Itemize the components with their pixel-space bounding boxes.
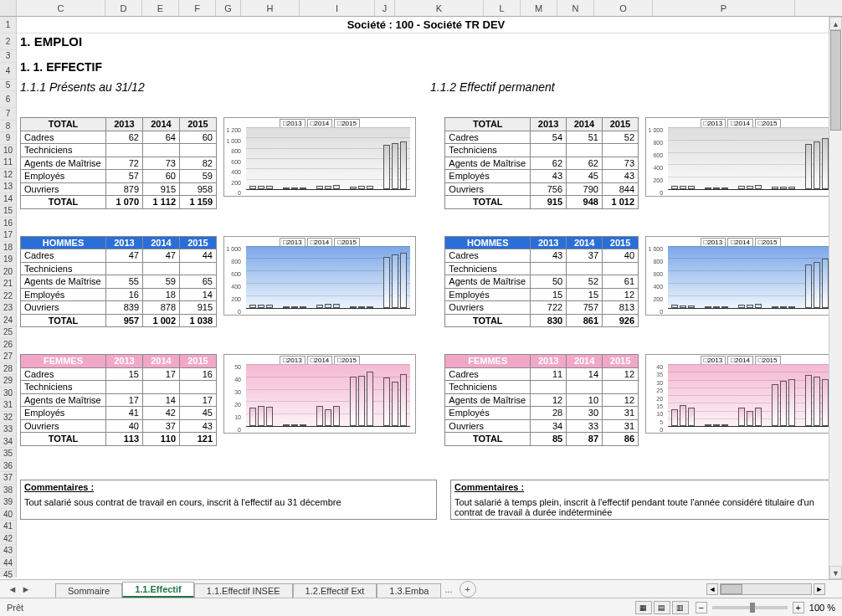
sheet-tab-1-3-Emba[interactable]: 1.3.Emba (377, 583, 441, 598)
row-header-1[interactable]: 1 (0, 17, 16, 33)
row-header-16[interactable]: 16 (0, 218, 16, 230)
cell[interactable]: 28 (531, 407, 567, 420)
zoom-level[interactable]: 100 % (809, 603, 835, 613)
chart-right_femmes[interactable]: □2013□2014□20150510152025303540 (645, 354, 835, 434)
cell[interactable]: 12 (531, 393, 567, 407)
sheet-tab-1-1-Effectif[interactable]: 1.1.Effectif (122, 582, 194, 598)
cell[interactable]: 47 (143, 249, 180, 263)
cell[interactable]: 11 (531, 367, 567, 381)
hscroll-thumb[interactable] (721, 584, 742, 594)
cell[interactable]: 14 (567, 367, 603, 381)
hscroll-right-icon[interactable]: ► (814, 583, 825, 595)
scroll-up-icon[interactable]: ▲ (829, 17, 842, 30)
cell[interactable] (567, 381, 603, 394)
cell[interactable] (531, 144, 567, 157)
cell[interactable] (106, 262, 143, 275)
col-header-G[interactable]: G (216, 0, 241, 16)
cell[interactable]: 31 (603, 407, 639, 420)
cell[interactable]: 55 (106, 275, 143, 289)
cell[interactable]: 43 (180, 419, 217, 433)
col-header-P[interactable]: P (653, 0, 795, 16)
cell[interactable]: 60 (143, 170, 180, 183)
cell[interactable]: 844 (602, 182, 638, 196)
cell[interactable]: 15 (567, 288, 603, 301)
cell[interactable]: 17 (106, 393, 143, 407)
cell[interactable]: 37 (143, 419, 180, 433)
cell[interactable]: 73 (143, 157, 180, 170)
cell[interactable]: 62 (106, 131, 143, 144)
cell[interactable]: 59 (180, 170, 217, 183)
cell[interactable]: 18 (143, 288, 180, 301)
col-header-I[interactable]: I (300, 0, 375, 16)
row-header-32[interactable]: 32 (0, 412, 16, 424)
cell[interactable]: 12 (603, 367, 639, 381)
view-normal-icon[interactable]: ▦ (635, 601, 652, 614)
cell[interactable]: 57 (106, 170, 143, 183)
sheet-tab-1-2-Effectif-Ext[interactable]: 1.2.Effectif Ext (293, 583, 377, 598)
cell[interactable] (567, 144, 603, 157)
cell[interactable]: 17 (143, 367, 180, 381)
chart-right_total[interactable]: □2013□2014□201502004006008001 000 (645, 117, 835, 197)
row-header-11[interactable]: 11 (0, 157, 16, 169)
cell[interactable]: 958 (180, 182, 217, 196)
cell[interactable]: 40 (106, 419, 143, 433)
col-header-C[interactable]: C (17, 0, 105, 16)
row-header-31[interactable]: 31 (0, 399, 16, 412)
row-header-40[interactable]: 40 (0, 509, 16, 521)
cell[interactable]: 50 (531, 275, 567, 289)
col-header-J[interactable]: J (375, 0, 395, 16)
chart-left_total[interactable]: □2013□2014□201502004006008001 0001 200 (223, 117, 416, 197)
cell[interactable] (143, 381, 180, 394)
cell[interactable]: 73 (602, 157, 638, 170)
row-header-43[interactable]: 43 (0, 545, 16, 557)
cell[interactable]: 64 (143, 131, 180, 144)
row-header-29[interactable]: 29 (0, 375, 16, 388)
cell[interactable]: 43 (531, 170, 567, 183)
zoom-in-button[interactable]: + (793, 602, 804, 613)
col-header-F[interactable]: F (179, 0, 216, 16)
row-header-25[interactable]: 25 (0, 326, 16, 339)
cell[interactable]: 12 (603, 288, 639, 301)
cell[interactable] (106, 381, 143, 394)
cell[interactable]: 813 (603, 301, 639, 315)
cell[interactable]: 51 (567, 131, 603, 144)
cell[interactable] (567, 262, 603, 275)
sheet-tab-1-1-Effectif-INSEE[interactable]: 1.1.Effectif INSEE (194, 583, 293, 598)
row-header-8[interactable]: 8 (0, 121, 16, 133)
chart-left_femmes[interactable]: □2013□2014□201501020304050 (223, 354, 416, 434)
cell[interactable]: 790 (567, 182, 603, 196)
row-header-34[interactable]: 34 (0, 436, 16, 449)
row-header-44[interactable]: 44 (0, 557, 16, 570)
cell[interactable] (143, 262, 180, 275)
cell[interactable]: 14 (143, 393, 180, 407)
cell[interactable]: 43 (531, 249, 567, 263)
tab-more[interactable]: ... (444, 584, 452, 594)
scroll-down-icon[interactable]: ▼ (829, 566, 842, 579)
view-page-layout-icon[interactable]: ▤ (654, 601, 670, 614)
chart-right_hommes[interactable]: □2013□2014□201502004006008001 000 (645, 236, 835, 316)
cell[interactable]: 45 (567, 170, 603, 183)
cell[interactable]: 62 (567, 157, 603, 170)
cell[interactable] (602, 144, 638, 157)
cell[interactable]: 41 (106, 407, 143, 420)
cell[interactable]: 12 (603, 393, 639, 407)
chart-left_hommes[interactable]: □2013□2014□201502004006008001 000 (223, 236, 416, 316)
cell[interactable]: 54 (531, 131, 567, 144)
cell[interactable]: 52 (602, 131, 638, 144)
row-header-14[interactable]: 14 (0, 193, 16, 206)
row-header-22[interactable]: 22 (0, 290, 16, 303)
scroll-thumb[interactable] (830, 30, 841, 131)
col-header-K[interactable]: K (395, 0, 484, 16)
cell[interactable]: 42 (143, 407, 180, 420)
cell[interactable] (603, 262, 639, 275)
cell[interactable]: 839 (106, 301, 143, 315)
cell[interactable] (531, 381, 567, 394)
col-header-E[interactable]: E (142, 0, 179, 16)
row-header-9[interactable]: 9 (0, 132, 16, 145)
row-header-15[interactable]: 15 (0, 205, 16, 218)
row-header-4[interactable]: 4 (0, 63, 16, 80)
zoom-slider[interactable] (712, 606, 788, 609)
cell[interactable]: 40 (603, 249, 639, 263)
row-header-27[interactable]: 27 (0, 351, 16, 363)
row-header-13[interactable]: 13 (0, 181, 16, 193)
